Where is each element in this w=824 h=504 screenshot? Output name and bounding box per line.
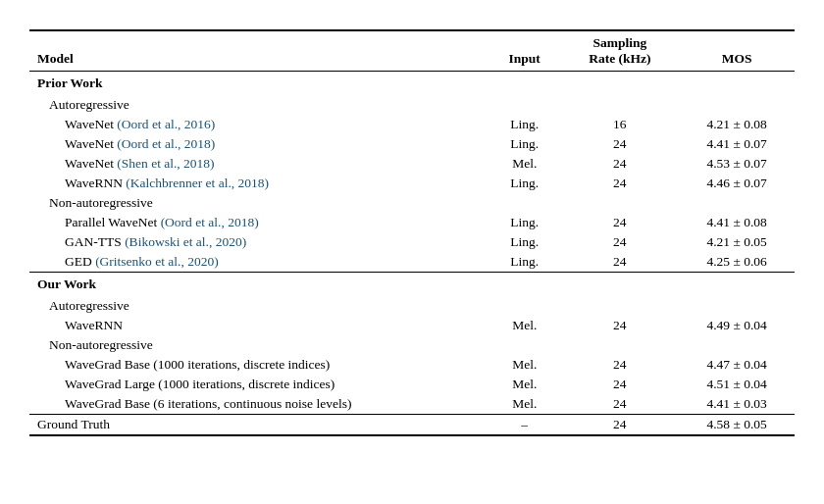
mos-value: 4.41 ± 0.07 (679, 134, 795, 154)
autoregressive-label-2: Autoregressive (29, 296, 489, 316)
rate-value: 24 (560, 174, 679, 193)
table-row: WaveGrad Large (1000 iterations, discret… (29, 375, 795, 394)
input-header: Input (489, 30, 560, 72)
table-row: GED (Gritsenko et al., 2020) Ling. 24 4.… (29, 252, 795, 273)
rate-value: 24 (560, 375, 679, 394)
citation-link: (Bikowski et al., 2020) (125, 234, 246, 249)
input-value: Ling. (489, 213, 560, 232)
our-work-header: Our Work (29, 273, 795, 297)
rate-value: 16 (560, 115, 679, 134)
citation-link: (Oord et al., 2016) (117, 117, 215, 131)
rate-value: 24 (560, 213, 679, 232)
ground-truth-rate: 24 (560, 415, 679, 436)
non-autoregressive-label-2: Non-autoregressive (29, 335, 489, 355)
input-value: Mel. (489, 316, 560, 335)
model-name: WaveGrad Base (6 iterations, continuous … (29, 394, 489, 415)
table-row: WaveNet (Oord et al., 2016) Ling. 16 4.2… (29, 115, 795, 134)
ground-truth-mos: 4.58 ± 0.05 (679, 415, 795, 436)
mos-value: 4.47 ± 0.04 (679, 355, 795, 375)
ground-truth-label: Ground Truth (29, 415, 489, 436)
mos-value: 4.51 ± 0.04 (679, 375, 795, 394)
citation-link: (Gritsenko et al., 2020) (95, 254, 219, 269)
citation-link: (Oord et al., 2018) (117, 136, 215, 151)
ground-truth-row: Ground Truth – 24 4.58 ± 0.05 (29, 415, 795, 436)
rate-value: 24 (560, 355, 679, 375)
table-row: Parallel WaveNet (Oord et al., 2018) Lin… (29, 213, 795, 232)
citation-link: (Oord et al., 2018) (161, 215, 259, 229)
table-row: WaveRNN (Kalchbrenner et al., 2018) Ling… (29, 174, 795, 193)
non-autoregressive-header-1: Non-autoregressive (29, 193, 795, 213)
input-value: Mel. (489, 355, 560, 375)
mos-value: 4.41 ± 0.03 (679, 394, 795, 415)
mos-value: 4.53 ± 0.07 (679, 154, 795, 174)
our-work-label: Our Work (29, 273, 795, 297)
model-name: WaveGrad Large (1000 iterations, discret… (29, 375, 489, 394)
model-name: WaveNet (Oord et al., 2018) (29, 134, 489, 154)
mos-value: 4.49 ± 0.04 (679, 316, 795, 335)
model-header: Model (29, 30, 489, 72)
mos-value: 4.41 ± 0.08 (679, 213, 795, 232)
mos-header: MOS (679, 30, 795, 72)
table-row: WaveGrad Base (6 iterations, continuous … (29, 394, 795, 415)
table-row: WaveRNN Mel. 24 4.49 ± 0.04 (29, 316, 795, 335)
model-name: WaveNet (Shen et al., 2018) (29, 154, 489, 174)
model-name: WaveRNN (Kalchbrenner et al., 2018) (29, 174, 489, 193)
input-value: Mel. (489, 154, 560, 174)
mos-value: 4.25 ± 0.06 (679, 252, 795, 273)
main-table-container: Model Input SamplingRate (kHz) MOS Prior… (29, 29, 795, 436)
prior-work-label: Prior Work (29, 72, 795, 96)
mos-value: 4.21 ± 0.05 (679, 232, 795, 252)
non-autoregressive-label-1: Non-autoregressive (29, 193, 489, 213)
prior-work-header: Prior Work (29, 72, 795, 96)
rate-value: 24 (560, 316, 679, 335)
autoregressive-label-1: Autoregressive (29, 95, 489, 115)
model-name: GAN-TTS (Bikowski et al., 2020) (29, 232, 489, 252)
input-value: Ling. (489, 252, 560, 273)
rate-value: 24 (560, 394, 679, 415)
mos-value: 4.21 ± 0.08 (679, 115, 795, 134)
rate-value: 24 (560, 134, 679, 154)
input-value: Ling. (489, 174, 560, 193)
rate-value: 24 (560, 232, 679, 252)
non-autoregressive-header-2: Non-autoregressive (29, 335, 795, 355)
model-name: Parallel WaveNet (Oord et al., 2018) (29, 213, 489, 232)
input-value: Mel. (489, 375, 560, 394)
table-row: GAN-TTS (Bikowski et al., 2020) Ling. 24… (29, 232, 795, 252)
input-value: Ling. (489, 232, 560, 252)
mos-value: 4.46 ± 0.07 (679, 174, 795, 193)
rate-header: SamplingRate (kHz) (560, 30, 679, 72)
table-row: WaveNet (Shen et al., 2018) Mel. 24 4.53… (29, 154, 795, 174)
rate-value: 24 (560, 252, 679, 273)
model-name: WaveNet (Oord et al., 2016) (29, 115, 489, 134)
input-value: Mel. (489, 394, 560, 415)
table-row: WaveNet (Oord et al., 2018) Ling. 24 4.4… (29, 134, 795, 154)
input-value: Ling. (489, 115, 560, 134)
model-name: GED (Gritsenko et al., 2020) (29, 252, 489, 273)
autoregressive-header-1: Autoregressive (29, 95, 795, 115)
citation-link: (Shen et al., 2018) (117, 156, 214, 171)
table-row: WaveGrad Base (1000 iterations, discrete… (29, 355, 795, 375)
input-value: Ling. (489, 134, 560, 154)
citation-link: (Kalchbrenner et al., 2018) (126, 176, 269, 190)
ground-truth-input: – (489, 415, 560, 436)
autoregressive-header-2: Autoregressive (29, 296, 795, 316)
model-name: WaveRNN (29, 316, 489, 335)
model-name: WaveGrad Base (1000 iterations, discrete… (29, 355, 489, 375)
table-header-row: Model Input SamplingRate (kHz) MOS (29, 30, 795, 72)
rate-value: 24 (560, 154, 679, 174)
results-table: Model Input SamplingRate (kHz) MOS Prior… (29, 29, 795, 436)
